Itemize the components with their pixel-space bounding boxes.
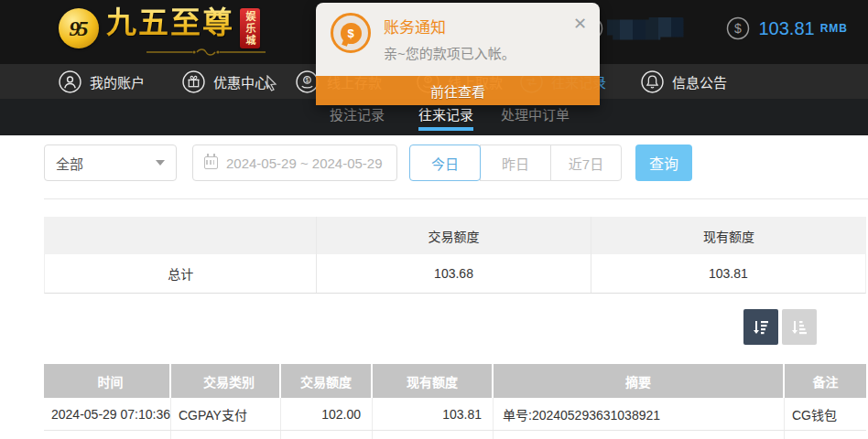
logo-flourish-icon xyxy=(146,48,266,57)
wallet-balance[interactable]: $ 103.81 RMB xyxy=(726,16,849,40)
go-check-button[interactable]: 前往查看 xyxy=(316,76,600,105)
sort-ascending-icon xyxy=(790,318,808,337)
date-range-input[interactable]: 2024-05-29 ~ 2024-05-29 xyxy=(192,145,397,181)
account-area: $ 103.81 RMB xyxy=(580,15,849,42)
dollar-circle-icon: $ xyxy=(726,16,750,40)
bell-icon xyxy=(641,70,664,93)
col-header-summary: 摘要 xyxy=(494,364,785,398)
records-table: 时间 交易类别 交易额度 现有额度 摘要 备注 2024-05-29 07:10… xyxy=(44,364,866,439)
gift-icon xyxy=(182,70,205,93)
nav-item-my-account[interactable]: 我的账户 xyxy=(59,64,145,99)
balance-currency: RMB xyxy=(820,22,848,35)
table-row[interactable]: 线上存款优惠派发 xyxy=(44,431,866,439)
masked-username xyxy=(607,17,684,40)
cell-time xyxy=(44,431,171,439)
notification-title: 账务通知 xyxy=(384,15,446,37)
summary-header-empty xyxy=(44,217,316,254)
cell-balance: 103.81 xyxy=(373,398,494,430)
sort-ascending-button[interactable] xyxy=(782,309,817,345)
cell-summary xyxy=(494,431,785,439)
sort-descending-icon xyxy=(752,318,770,337)
col-header-time: 时间 xyxy=(44,364,171,398)
summary-table: 交易额度 现有额度 总计 103.68 103.81 xyxy=(44,217,866,294)
col-header-remark: 备注 xyxy=(785,364,866,398)
logo-monogram-icon: 95 xyxy=(59,8,99,48)
section-divider xyxy=(44,198,868,199)
summary-total-row: 总计 103.68 103.81 xyxy=(44,254,866,294)
cell-time: 2024-05-29 07:10:36 xyxy=(44,398,171,430)
logo-monogram-text: 95 xyxy=(70,16,89,41)
calendar-icon xyxy=(204,156,218,169)
col-header-balance: 现有额度 xyxy=(373,364,494,398)
summary-header-balance: 现有额度 xyxy=(591,217,866,254)
logo-badge: 娱乐城 xyxy=(240,8,260,48)
site-logo[interactable]: 95 九五至尊 娱乐城 xyxy=(59,5,260,59)
cell-balance xyxy=(373,431,494,439)
col-header-category: 交易类别 xyxy=(171,364,281,398)
user-icon xyxy=(59,70,81,93)
cell-remark: CG钱包 xyxy=(785,398,866,430)
notification-message: 亲~您的款项已入帐。 xyxy=(384,43,515,62)
search-button[interactable]: 查询 xyxy=(635,145,692,181)
notification-popup: $ 账务通知 亲~您的款项已入帐。 ✕ 前往查看 xyxy=(316,3,600,105)
table-row[interactable]: 2024-05-29 07:10:36 CGPAY支付 102.00 103.8… xyxy=(44,398,866,431)
notification-body: $ 账务通知 亲~您的款项已入帐。 ✕ xyxy=(316,3,600,76)
mouse-cursor xyxy=(266,75,278,91)
yesterday-button[interactable]: 昨日 xyxy=(480,145,551,181)
cell-category: CGPAY支付 xyxy=(171,398,281,430)
summary-header-row: 交易额度 现有额度 xyxy=(44,217,866,254)
records-header-row: 时间 交易类别 交易额度 现有额度 摘要 备注 xyxy=(44,364,866,398)
category-select[interactable]: 全部 xyxy=(44,145,177,181)
chevron-down-icon xyxy=(156,160,165,166)
cell-summary: 单号:202405293631038921 xyxy=(494,398,785,430)
balance-amount: 103.81 xyxy=(759,18,815,39)
svg-text:$: $ xyxy=(306,77,309,83)
nav-item-promotions[interactable]: 优惠中心 xyxy=(182,64,268,99)
summary-header-amount: 交易额度 xyxy=(316,217,591,254)
last7days-button[interactable]: 近7日 xyxy=(550,145,622,181)
active-tab-underline xyxy=(418,127,473,131)
cell-amount: 102.00 xyxy=(281,398,373,430)
cell-category: 线上存款优惠派发 xyxy=(171,431,281,439)
summary-total-label: 总计 xyxy=(45,254,316,293)
logo-brand-text: 九五至尊 xyxy=(106,5,234,39)
nav-item-announcements[interactable]: 信息公告 xyxy=(641,64,727,99)
content-area: 全部 2024-05-29 ~ 2024-05-29 今日 昨日 近7日 查询 … xyxy=(0,135,868,439)
summary-total-balance: 103.81 xyxy=(591,254,865,293)
col-header-amount: 交易额度 xyxy=(281,364,373,398)
cell-amount xyxy=(281,431,373,439)
date-range-value: 2024-05-29 ~ 2024-05-29 xyxy=(226,155,383,171)
sort-descending-button[interactable] xyxy=(743,309,778,345)
today-button[interactable]: 今日 xyxy=(409,145,481,181)
money-bubble-icon: $ xyxy=(331,13,371,53)
quick-date-group: 今日 昨日 近7日 xyxy=(409,145,622,181)
cell-remark xyxy=(785,431,866,439)
page: 95 九五至尊 娱乐城 xyxy=(0,0,868,439)
category-select-value: 全部 xyxy=(56,154,156,173)
summary-total-amount: 103.68 xyxy=(316,254,590,293)
close-icon[interactable]: ✕ xyxy=(573,16,587,32)
svg-text:$: $ xyxy=(734,21,742,36)
